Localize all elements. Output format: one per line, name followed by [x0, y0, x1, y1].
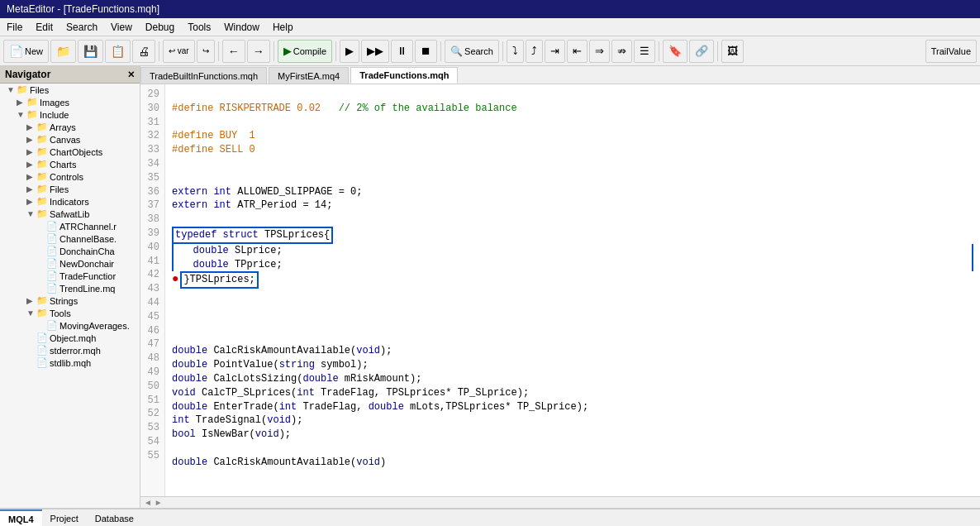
code-line-45 — [172, 317, 973, 331]
save-button[interactable]: 💾 — [78, 40, 103, 63]
menu-file[interactable]: File — [0, 20, 29, 35]
expand-arrow: ▼ — [7, 85, 17, 94]
expand-arrow: ▶ — [26, 296, 36, 305]
sidebar-item-atrchannel[interactable]: 📄 ATRChannel.r — [0, 220, 140, 232]
folder-icon: 📁 — [36, 159, 48, 170]
menu-tools[interactable]: Tools — [181, 20, 217, 35]
menu-search[interactable]: Search — [59, 20, 104, 35]
sidebar-item-label: Object.mqh — [50, 333, 96, 343]
print-icon: 🖨 — [138, 45, 150, 58]
sidebar-item-label: Canvas — [50, 135, 80, 145]
forward-button[interactable]: → — [247, 40, 270, 63]
bottom-tab-database[interactable]: Database — [87, 509, 142, 527]
code-line-37: extern int ATR_Period = 14; — [172, 198, 973, 213]
code-line-43 — [172, 289, 973, 303]
code-line-40: double SLprice; — [172, 244, 973, 258]
redo-btn2[interactable]: ↪ — [197, 40, 215, 63]
nav-close-icon[interactable]: ✕ — [127, 69, 135, 80]
sidebar-item-strings[interactable]: ▶ 📁 Strings — [0, 294, 140, 307]
sidebar-item-stdlib[interactable]: 📄 stdlib.mqh — [0, 356, 140, 369]
code-line-33: #define SELL 0 — [172, 143, 973, 157]
code-line-48: double PointValue(string symbol); — [172, 358, 973, 372]
sidebar-item-label: Images — [40, 98, 69, 108]
back-button[interactable]: ← — [222, 40, 245, 63]
scroll-indicator: ◄ ► — [144, 498, 163, 507]
bookmark-btn[interactable]: 🔖 — [663, 40, 687, 63]
undo-btn[interactable]: ↩ var — [163, 40, 195, 63]
h-scrollbar[interactable]: ◄ ► — [140, 496, 980, 508]
compile-button[interactable]: ▶ Compile — [278, 40, 332, 63]
screenshot-btn[interactable]: 🖼 — [721, 40, 744, 63]
sidebar-item-images[interactable]: ▶ 📁 Images — [0, 96, 140, 108]
sidebar-item-controls[interactable]: ▶ 📁 Controls — [0, 170, 140, 183]
sidebar-item-indicators[interactable]: ▶ 📁 Indicators — [0, 195, 140, 208]
tab-tradefunctions[interactable]: TradeFunctions.mqh — [350, 67, 458, 84]
sidebar-item-trendline[interactable]: 📄 TrendLine.mq — [0, 282, 140, 294]
play-button[interactable]: ▶▶ — [361, 40, 389, 63]
bottom-tab-mql4[interactable]: MQL4 — [0, 509, 42, 527]
search-button[interactable]: 🔍 Search — [445, 40, 499, 63]
debug-btn4[interactable]: ⇤ — [567, 40, 588, 63]
code-line-46 — [172, 331, 973, 345]
sidebar-item-channelbase[interactable]: 📄 ChannelBase. — [0, 232, 140, 245]
run-button[interactable]: ▶ — [340, 40, 359, 63]
tab-label: TradeBuiltInFunctions.mqh — [150, 71, 258, 81]
sidebar-item-tools[interactable]: ▼ 📁 Tools — [0, 307, 140, 319]
sidebar-item-safwatlib[interactable]: ▼ 📁 SafwatLib — [0, 208, 140, 220]
bottom-tab-label: Database — [95, 514, 134, 524]
tab-myfirstea[interactable]: MyFirstEA.mq4 — [269, 67, 349, 84]
bookmark-nav[interactable]: 🔗 — [689, 40, 714, 63]
debug-btn6[interactable]: ⇏ — [611, 40, 632, 63]
sidebar-item-donchaincha[interactable]: 📄 DonchainCha — [0, 245, 140, 257]
debug-btn5[interactable]: ⇒ — [589, 40, 610, 63]
pause-button[interactable]: ⏸ — [391, 40, 413, 63]
sidebar-item-label: stderror.mqh — [50, 346, 101, 356]
expand-arrow: ▼ — [26, 308, 36, 318]
trailvalue-btn[interactable]: TrailValue — [925, 40, 977, 63]
sidebar-item-newdonchair[interactable]: 📄 NewDonchair — [0, 257, 140, 270]
sidebar-item-stderror[interactable]: 📄 stderror.mqh — [0, 344, 140, 356]
tab-tradebuiltinfunctions[interactable]: TradeBuiltInFunctions.mqh — [140, 67, 267, 84]
folder-icon: 📁 — [17, 84, 28, 95]
sidebar-item-chartobjects[interactable]: ▶ 📁 ChartObjects — [0, 146, 140, 158]
toolbar-sep-5 — [440, 41, 441, 61]
sidebar-item-files2[interactable]: ▶ 📁 Files — [0, 183, 140, 195]
sidebar-item-charts[interactable]: ▶ 📁 Charts — [0, 158, 140, 170]
sidebar-item-objectmqh[interactable]: 📄 Object.mqh — [0, 332, 140, 344]
open-button[interactable]: 📁 — [50, 40, 76, 63]
expand-arrow: ▼ — [26, 209, 36, 218]
bottom-tab-label: MQL4 — [8, 514, 34, 524]
folder-icon: 📁 — [36, 184, 48, 194]
menu-help[interactable]: Help — [266, 20, 300, 35]
code-line-49: double CalcLotsSizing(double mRiskAmount… — [172, 372, 973, 386]
debug-btn2[interactable]: ⤴ — [526, 40, 543, 63]
sidebar-item-files[interactable]: ▼ 📁 Files — [0, 84, 140, 96]
bottom-tab-project[interactable]: Project — [42, 509, 87, 527]
debug-btn3[interactable]: ⇥ — [545, 40, 565, 63]
code-line-44 — [172, 303, 973, 317]
debug-btn7[interactable]: ☰ — [634, 40, 655, 63]
title-bar: MetaEditor - [TradeFunctions.mqh] — [0, 0, 980, 18]
menu-bar: File Edit Search View Debug Tools Window… — [0, 18, 980, 36]
sidebar-item-arrays[interactable]: ▶ 📁 Arrays — [0, 121, 140, 133]
sidebar-item-include[interactable]: ▼ 📁 Include — [0, 108, 140, 121]
menu-edit[interactable]: Edit — [29, 20, 59, 35]
sidebar-item-movingaverages[interactable]: 📄 MovingAverages. — [0, 319, 140, 332]
sidebar-item-tradefunction[interactable]: 📄 TradeFunctior — [0, 270, 140, 282]
debug-btn1[interactable]: ⤵ — [507, 40, 524, 63]
print-button[interactable]: 🖨 — [132, 40, 155, 63]
menu-window[interactable]: Window — [217, 20, 266, 35]
code-editor[interactable]: 29 30 31 32 33 34 35 36 37 38 39 40 41 4… — [140, 84, 980, 496]
sidebar-item-canvas[interactable]: ▶ 📁 Canvas — [0, 133, 140, 146]
menu-view[interactable]: View — [104, 20, 139, 35]
code-line-30: #define RISKPERTRADE 0.02 // 2% of the a… — [172, 102, 973, 116]
sidebar-item-label: NewDonchair — [59, 259, 114, 269]
code-line-47: double CalcRiskAmountAvailable(void); — [172, 344, 973, 358]
stop-button[interactable]: ⏹ — [415, 40, 437, 63]
menu-debug[interactable]: Debug — [139, 20, 181, 35]
code-content[interactable]: #define RISKPERTRADE 0.02 // 2% of the a… — [165, 84, 980, 496]
toolbar-sep-1 — [159, 41, 159, 61]
new-button[interactable]: 📄 New — [3, 40, 49, 63]
save-all-button[interactable]: 📋 — [105, 40, 131, 63]
open-icon: 📁 — [56, 45, 70, 58]
